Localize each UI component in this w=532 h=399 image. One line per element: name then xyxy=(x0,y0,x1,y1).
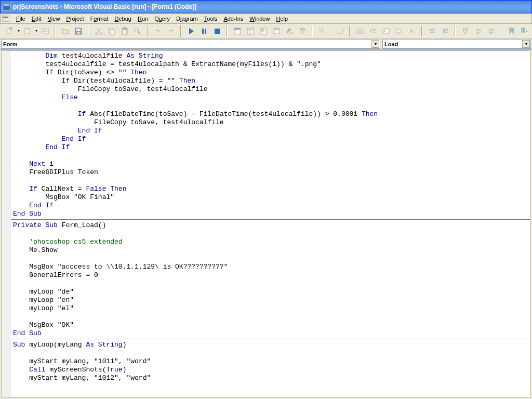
svg-point-58 xyxy=(464,29,466,30)
add-project-button[interactable] xyxy=(4,25,16,37)
code-navigation-bar: Form ▾ Load ▾ xyxy=(0,38,532,50)
properties-button[interactable] xyxy=(244,25,256,37)
svg-rect-24 xyxy=(205,29,206,34)
undo-button[interactable] xyxy=(152,25,164,37)
dropdown-icon[interactable]: ▾ xyxy=(34,29,38,33)
indent-button[interactable] xyxy=(439,25,451,37)
menu-window[interactable]: Window xyxy=(246,15,273,23)
vb-app-icon xyxy=(3,3,11,11)
indent-out-button[interactable] xyxy=(367,25,379,37)
menu-project[interactable]: Project xyxy=(63,15,87,23)
svg-rect-38 xyxy=(337,29,343,33)
list-props-button[interactable] xyxy=(354,25,366,37)
menu-help[interactable]: Help xyxy=(273,15,291,23)
open-button[interactable] xyxy=(59,25,71,37)
list-const-button[interactable] xyxy=(380,25,392,37)
next-bookmark-button[interactable] xyxy=(518,25,530,37)
svg-rect-6 xyxy=(10,27,11,30)
break-button[interactable] xyxy=(198,25,210,37)
margin-indicator-bar[interactable] xyxy=(2,51,10,397)
quick-info-button[interactable] xyxy=(393,25,405,37)
svg-rect-20 xyxy=(123,30,126,34)
svg-rect-17 xyxy=(110,30,114,34)
code-content[interactable]: Dim test4ulocalfile As String test4uloca… xyxy=(11,51,530,383)
find-button[interactable] xyxy=(131,25,143,37)
toolbox-button[interactable] xyxy=(283,25,295,37)
object-selector-value: Form xyxy=(3,41,18,47)
code-pane[interactable]: Dim test4ulocalfile As String test4uloca… xyxy=(11,51,530,397)
svg-point-47 xyxy=(384,30,385,31)
outdent-button[interactable] xyxy=(426,25,438,37)
object-browser-button[interactable] xyxy=(270,25,282,37)
svg-rect-28 xyxy=(247,28,254,34)
form-layout-button[interactable] xyxy=(257,25,269,37)
redo-button[interactable] xyxy=(165,25,177,37)
uncomment-button[interactable] xyxy=(485,25,497,37)
svg-rect-32 xyxy=(261,29,264,31)
svg-rect-4 xyxy=(7,29,11,33)
svg-rect-3 xyxy=(3,17,8,18)
title-bar: prjScreenshots - Microsoft Visual Basic … xyxy=(0,0,532,14)
save-button[interactable] xyxy=(72,25,84,37)
comment-button[interactable] xyxy=(472,25,484,37)
menu-file[interactable]: FFileile xyxy=(13,15,29,23)
svg-rect-19 xyxy=(123,28,126,29)
svg-point-48 xyxy=(384,31,385,32)
svg-text:+: + xyxy=(413,28,415,32)
menu-editor-button[interactable] xyxy=(39,25,51,37)
svg-rect-46 xyxy=(383,29,389,34)
cut-button[interactable] xyxy=(92,25,104,37)
menu-format[interactable]: Format xyxy=(87,15,112,23)
bookmark-button[interactable] xyxy=(506,25,517,37)
menu-query[interactable]: Query xyxy=(151,15,173,23)
svg-rect-2 xyxy=(2,16,9,22)
svg-rect-13 xyxy=(77,32,80,34)
start-button[interactable] xyxy=(185,25,197,37)
breakpoint-button[interactable] xyxy=(459,25,471,37)
end-button[interactable] xyxy=(211,25,223,37)
svg-rect-1 xyxy=(4,4,9,6)
dropdown-icon[interactable]: ▾ xyxy=(371,40,379,48)
menu-run[interactable]: Run xyxy=(135,15,151,23)
svg-rect-25 xyxy=(215,29,220,34)
svg-rect-68 xyxy=(522,28,525,32)
menu-debug[interactable]: Debug xyxy=(111,15,134,23)
procedure-selector-value: Load xyxy=(384,41,398,47)
copy-button[interactable] xyxy=(105,25,117,37)
svg-line-22 xyxy=(138,32,140,34)
svg-rect-27 xyxy=(234,28,241,30)
svg-rect-23 xyxy=(202,29,204,34)
data-view-button[interactable] xyxy=(296,25,308,37)
svg-rect-34 xyxy=(274,28,278,30)
menu-diagram[interactable]: Diagram xyxy=(173,15,201,23)
menu-view[interactable]: View xyxy=(45,15,63,23)
menu-addins[interactable]: Add-Ins xyxy=(220,15,246,23)
procedure-selector[interactable]: Load ▾ xyxy=(382,39,531,49)
paste-button[interactable] xyxy=(118,25,130,37)
code-editor: Dim test4ulocalfile As String test4uloca… xyxy=(0,50,532,399)
menu-tools[interactable]: Tools xyxy=(201,15,221,23)
param-info-button[interactable]: A+ xyxy=(406,25,418,37)
object-selector[interactable]: Form ▾ xyxy=(1,39,380,49)
standard-toolbar: ▾ ▾ xyxy=(0,24,532,38)
add-item-button[interactable] xyxy=(21,25,33,37)
window-title: prjScreenshots - Microsoft Visual Basic … xyxy=(13,3,196,10)
dropdown-icon[interactable]: ▾ xyxy=(16,29,21,33)
svg-point-35 xyxy=(290,32,292,34)
project-explorer-button[interactable] xyxy=(231,25,243,37)
menu-bar: FFileile Edit View Project Format Debug … xyxy=(0,14,532,24)
mdi-control-icon[interactable] xyxy=(2,15,10,22)
menu-edit[interactable]: Edit xyxy=(29,15,45,23)
svg-rect-12 xyxy=(76,29,81,31)
dropdown-icon[interactable]: ▾ xyxy=(522,40,530,48)
svg-rect-49 xyxy=(396,29,401,32)
coord-display xyxy=(316,25,328,37)
size-display xyxy=(334,25,345,37)
svg-point-21 xyxy=(135,28,139,32)
